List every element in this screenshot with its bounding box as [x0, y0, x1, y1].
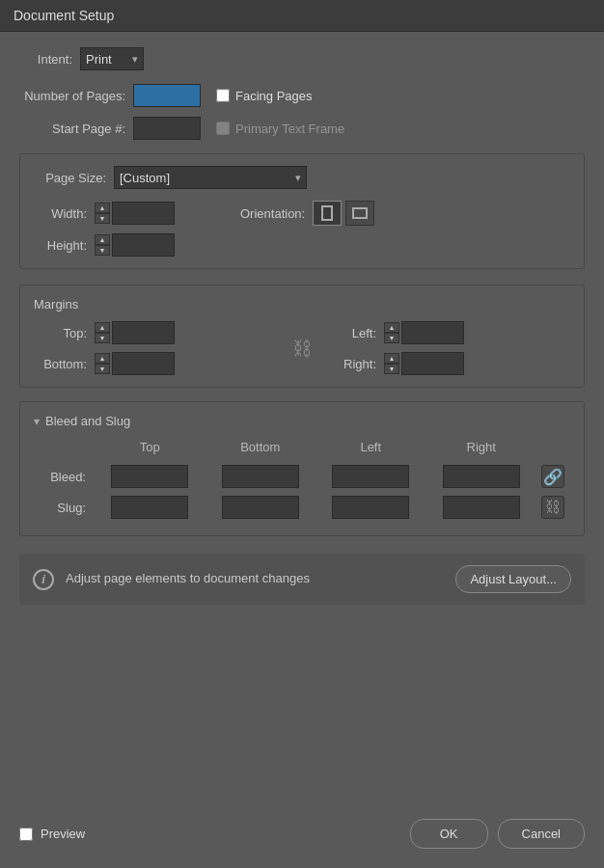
- margin-left-decrement-btn[interactable]: ▼: [384, 333, 399, 343]
- facing-pages-group: Facing Pages: [216, 89, 313, 103]
- margin-top-input[interactable]: 1p6: [112, 321, 175, 344]
- margin-top-spinner: ▲ ▼ 1p6: [95, 321, 175, 344]
- pages-input[interactable]: 36: [133, 84, 201, 107]
- margin-left-label: Left:: [323, 326, 376, 340]
- cancel-button[interactable]: Cancel: [498, 819, 585, 849]
- bleed-top-input[interactable]: 1p6: [111, 465, 188, 488]
- page-size-row: Page Size: [Custom] Letter A4 Tabloid: [34, 166, 570, 189]
- slug-chain-btn[interactable]: ⛓: [541, 496, 564, 519]
- margin-right-spinner: ▲ ▼ 1p6: [384, 352, 464, 375]
- start-page-input[interactable]: 1: [133, 117, 201, 140]
- margin-left-spinner: ▲ ▼ 1p6: [384, 321, 464, 344]
- page-size-select-wrapper: [Custom] Letter A4 Tabloid: [114, 166, 307, 189]
- portrait-orientation-btn[interactable]: [313, 201, 342, 226]
- start-page-row: Start Page #: 1 Primary Text Frame: [19, 117, 585, 140]
- width-spinner: ▲ ▼ 49p6: [95, 202, 175, 225]
- margin-bottom-label: Bottom:: [34, 357, 87, 371]
- margins-right-col: Left: ▲ ▼ 1p6 Right:: [323, 321, 570, 375]
- margin-right-decrement-btn[interactable]: ▼: [384, 364, 399, 374]
- bleed-right-input[interactable]: 1p6: [443, 465, 520, 488]
- bleed-col-bottom: Bottom: [206, 440, 316, 460]
- landscape-orientation-btn[interactable]: [345, 201, 374, 226]
- adjust-layout-row: i Adjust page elements to document chang…: [19, 554, 585, 605]
- page-size-section: Page Size: [Custom] Letter A4 Tabloid Wi…: [19, 153, 585, 269]
- info-icon: i: [33, 569, 54, 590]
- margins-title: Margins: [34, 297, 570, 312]
- dialog-content: Intent: Print Web Mobile Number of Pages…: [0, 32, 604, 807]
- margin-top-label: Top:: [34, 326, 87, 340]
- slug-row-label: Slug:: [36, 493, 94, 522]
- bleed-collapse-arrow[interactable]: ▾: [34, 415, 40, 428]
- margin-bottom-input[interactable]: 1p6: [112, 352, 175, 375]
- bleed-col-right: Right: [427, 440, 536, 460]
- intent-select[interactable]: Print Web Mobile: [80, 47, 144, 70]
- preview-checkbox[interactable]: [19, 827, 33, 841]
- title-bar: Document Setup: [0, 0, 604, 32]
- primary-text-frame-group: Primary Text Frame: [216, 122, 344, 136]
- margin-bottom-increment-btn[interactable]: ▲: [95, 353, 110, 364]
- pages-row: Number of Pages: 36 Facing Pages: [19, 84, 585, 107]
- info-text: Adjust page elements to document changes: [66, 570, 444, 587]
- page-size-select[interactable]: [Custom] Letter A4 Tabloid: [114, 166, 307, 189]
- bleed-chain-btn[interactable]: 🔗: [541, 465, 564, 488]
- bleed-bottom-input[interactable]: 1p6: [222, 465, 299, 488]
- width-increment-btn[interactable]: ▲: [95, 203, 110, 213]
- primary-text-frame-label: Primary Text Frame: [235, 122, 344, 136]
- ok-button[interactable]: OK: [410, 819, 488, 849]
- margin-top-increment-btn[interactable]: ▲: [95, 322, 110, 333]
- dialog-title: Document Setup: [14, 8, 114, 23]
- height-decrement-btn[interactable]: ▼: [95, 245, 110, 256]
- margin-right-input[interactable]: 1p6: [401, 352, 464, 375]
- height-input[interactable]: 64p6: [112, 233, 175, 257]
- slug-top-input[interactable]: 0p0: [111, 496, 188, 519]
- margin-right-label: Right:: [323, 357, 376, 371]
- bleed-slug-section: ▾ Bleed and Slug Top Bottom Left Right: [19, 401, 585, 536]
- width-label: Width:: [34, 206, 87, 221]
- margin-right-row: Right: ▲ ▼ 1p6: [323, 352, 570, 375]
- margin-chain-icon[interactable]: ⛓: [288, 338, 316, 360]
- margins-grid: Top: ▲ ▼ 1p6 Bottom:: [34, 321, 570, 375]
- bleed-col-left: Left: [316, 440, 426, 460]
- landscape-icon: [352, 207, 368, 219]
- margin-top-row: Top: ▲ ▼ 1p6: [34, 321, 281, 344]
- width-row: Width: ▲ ▼ 49p6 Orientation:: [34, 201, 570, 226]
- intent-select-wrapper: Print Web Mobile: [80, 47, 144, 70]
- margin-bottom-row: Bottom: ▲ ▼ 1p6: [34, 352, 281, 375]
- bleed-slug-title: Bleed and Slug: [45, 414, 130, 428]
- footer-buttons: OK Cancel: [410, 819, 585, 849]
- orientation-label: Orientation:: [240, 206, 305, 221]
- facing-pages-checkbox[interactable]: [216, 89, 230, 102]
- margins-left-col: Top: ▲ ▼ 1p6 Bottom:: [34, 321, 281, 375]
- margin-right-increment-btn[interactable]: ▲: [384, 353, 399, 364]
- start-label: Start Page #:: [19, 122, 125, 136]
- margin-top-decrement-btn[interactable]: ▼: [95, 333, 110, 343]
- bleed-left-input[interactable]: 1p6: [332, 465, 409, 488]
- bleed-row: Bleed: 1p6 1p6 1p6 1p6 🔗: [36, 462, 568, 491]
- height-spinner: ▲ ▼ 64p6: [95, 233, 175, 257]
- slug-bottom-input[interactable]: 0p0: [222, 496, 299, 519]
- bleed-header: ▾ Bleed and Slug: [34, 414, 570, 428]
- margin-left-input[interactable]: 1p6: [401, 321, 464, 344]
- pages-label: Number of Pages:: [19, 89, 125, 103]
- width-decrement-btn[interactable]: ▼: [95, 213, 110, 224]
- facing-pages-label: Facing Pages: [235, 89, 313, 103]
- primary-text-frame-checkbox: [216, 122, 230, 135]
- height-label: Height:: [34, 238, 87, 253]
- height-increment-btn[interactable]: ▲: [95, 234, 110, 245]
- margins-section: Margins Top: ▲ ▼ 1p6: [19, 285, 585, 388]
- intent-row: Intent: Print Web Mobile: [19, 47, 585, 70]
- margin-bottom-spinner: ▲ ▼ 1p6: [95, 352, 175, 375]
- portrait-icon: [321, 205, 333, 221]
- width-input[interactable]: 49p6: [112, 202, 175, 225]
- preview-label: Preview: [41, 827, 85, 841]
- margin-left-increment-btn[interactable]: ▲: [384, 322, 399, 333]
- orientation-buttons: [313, 201, 374, 226]
- slug-right-input[interactable]: 0p0: [443, 496, 520, 519]
- margin-bottom-decrement-btn[interactable]: ▼: [95, 364, 110, 374]
- slug-left-input[interactable]: 0p0: [332, 496, 409, 519]
- slug-row: Slug: 0p0 0p0 0p0 0p0 ⛓: [36, 493, 568, 522]
- adjust-layout-button[interactable]: Adjust Layout...: [455, 565, 571, 593]
- page-size-label: Page Size:: [34, 171, 106, 185]
- bleed-col-top: Top: [96, 440, 205, 460]
- bleed-row-label: Bleed:: [36, 462, 94, 491]
